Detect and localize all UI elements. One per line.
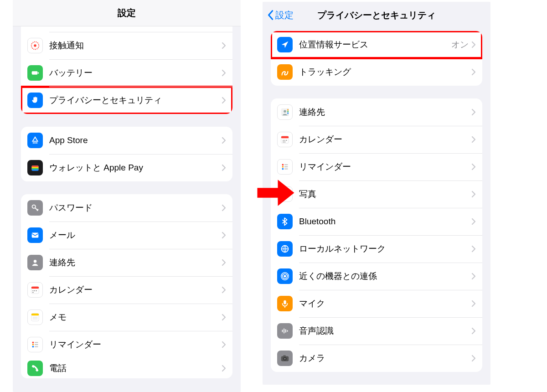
settings-row-localnet[interactable]: ローカルネットワーク bbox=[271, 235, 482, 263]
settings-row-passwords[interactable]: パスワード bbox=[21, 194, 232, 222]
settings-row-mail[interactable]: メール bbox=[21, 222, 232, 249]
svg-point-15 bbox=[34, 290, 35, 291]
settings-row-calendar-l[interactable]: カレンダー bbox=[21, 276, 232, 304]
settings-row-appstore[interactable]: App Store bbox=[21, 127, 232, 154]
chevron-right-icon bbox=[222, 42, 226, 49]
speech-icon bbox=[277, 323, 293, 339]
chevron-right-icon bbox=[222, 204, 226, 211]
svg-point-24 bbox=[32, 346, 34, 348]
svg-rect-10 bbox=[32, 233, 39, 238]
row-label: トラッキング bbox=[299, 66, 471, 78]
settings-row-camera[interactable]: カメラ bbox=[271, 345, 482, 372]
contacts-icon bbox=[277, 104, 293, 120]
settings-row-stub[interactable] bbox=[21, 26, 232, 32]
chevron-right-icon bbox=[222, 97, 226, 104]
chevron-right-icon bbox=[471, 191, 476, 198]
row-label: 電話 bbox=[49, 362, 222, 374]
svg-rect-3 bbox=[38, 72, 39, 74]
row-label: メール bbox=[49, 229, 222, 241]
svg-rect-2 bbox=[32, 71, 38, 74]
svg-point-56 bbox=[284, 275, 286, 278]
settings-row-reminders-l[interactable]: リマインダー bbox=[21, 331, 232, 358]
settings-row-bluetooth[interactable]: Bluetooth bbox=[271, 208, 482, 235]
row-label: プライバシーとセキュリティ bbox=[49, 94, 222, 106]
settings-section: 位置情報サービス オン トラッキング bbox=[271, 31, 482, 86]
exposure-icon bbox=[27, 38, 43, 53]
bluetooth-icon bbox=[277, 214, 293, 229]
row-label: メモ bbox=[49, 311, 222, 323]
battery-icon bbox=[27, 65, 43, 81]
settings-section: 連絡先 カレンダー リマインダー 写真 bbox=[271, 98, 482, 372]
settings-row-exposure[interactable]: 接触通知 bbox=[21, 32, 232, 59]
row-label: 位置情報サービス bbox=[299, 39, 451, 51]
svg-rect-13 bbox=[31, 287, 39, 289]
settings-row-privacy[interactable]: プライバシーとセキュリティ bbox=[21, 87, 232, 114]
phone-icon bbox=[27, 361, 43, 376]
contacts-l-icon bbox=[27, 255, 43, 270]
chevron-right-icon bbox=[222, 232, 226, 239]
row-label: Bluetooth bbox=[299, 217, 471, 227]
svg-rect-7 bbox=[32, 168, 39, 170]
svg-rect-6 bbox=[32, 167, 39, 168]
back-label: 設定 bbox=[275, 9, 294, 21]
row-label: 音声認識 bbox=[299, 325, 471, 337]
settings-row-phone[interactable]: 電話 bbox=[21, 358, 232, 378]
row-label: ローカルネットワーク bbox=[299, 243, 471, 255]
camera-icon bbox=[277, 351, 293, 366]
settings-row-notes[interactable]: メモ bbox=[21, 304, 232, 331]
row-label: 接触通知 bbox=[49, 40, 222, 52]
svg-point-1 bbox=[34, 44, 36, 47]
svg-rect-35 bbox=[281, 136, 289, 139]
row-label: 写真 bbox=[299, 188, 471, 200]
chevron-right-icon bbox=[222, 341, 226, 348]
settings-row-tracking[interactable]: トラッキング bbox=[271, 58, 482, 86]
settings-row-nearby[interactable]: 近くの機器との連係 bbox=[271, 263, 482, 290]
nearby-icon bbox=[277, 268, 293, 284]
chevron-right-icon bbox=[471, 245, 476, 253]
row-label: パスワード bbox=[49, 202, 222, 214]
chevron-right-icon bbox=[471, 41, 476, 48]
calendar-l-icon bbox=[27, 282, 43, 298]
settings-row-location[interactable]: 位置情報サービス オン bbox=[271, 31, 482, 58]
svg-point-14 bbox=[33, 290, 34, 291]
settings-row-mic[interactable]: マイク bbox=[271, 290, 482, 317]
row-label: 連絡先 bbox=[299, 106, 471, 118]
svg-point-22 bbox=[32, 342, 34, 344]
navbar-right: 設定 プライバシーとセキュリティ bbox=[263, 2, 490, 28]
svg-rect-32 bbox=[288, 111, 289, 112]
mail-icon bbox=[27, 227, 43, 243]
row-label: App Store bbox=[49, 135, 222, 145]
hand-icon bbox=[27, 93, 43, 108]
svg-point-39 bbox=[283, 142, 284, 143]
chevron-right-icon bbox=[222, 137, 226, 144]
settings-row-speech[interactable]: 音声認識 bbox=[271, 317, 482, 345]
settings-section: App Store ウォレットと Apple Pay bbox=[21, 127, 232, 181]
chevron-right-icon bbox=[471, 300, 476, 307]
chevron-right-icon bbox=[471, 273, 476, 280]
settings-row-battery[interactable]: バッテリー bbox=[21, 59, 232, 87]
svg-rect-31 bbox=[288, 109, 289, 111]
row-label: リマインダー bbox=[49, 339, 222, 351]
chevron-right-icon bbox=[222, 164, 226, 171]
svg-rect-59 bbox=[284, 300, 286, 304]
svg-point-9 bbox=[32, 205, 36, 208]
row-value: オン bbox=[451, 39, 469, 51]
row-label: カレンダー bbox=[49, 284, 222, 296]
settings-row-wallet[interactable]: ウォレットと Apple Pay bbox=[21, 154, 232, 181]
back-button[interactable]: 設定 bbox=[267, 9, 294, 21]
chevron-right-icon bbox=[222, 365, 226, 372]
settings-row-contacts[interactable]: 連絡先 bbox=[271, 98, 482, 126]
settings-row-photos[interactable]: 写真 bbox=[271, 181, 482, 208]
localnet-icon bbox=[277, 241, 293, 257]
settings-row-reminders[interactable]: リマインダー bbox=[271, 153, 482, 181]
reminders-icon bbox=[27, 337, 43, 352]
settings-section: パスワード メール 連絡先 カレンダー メモ リマインダー 電話 bbox=[21, 194, 232, 378]
settings-row-contacts-l[interactable]: 連絡先 bbox=[21, 249, 232, 276]
svg-point-17 bbox=[33, 292, 34, 293]
svg-rect-60 bbox=[282, 330, 283, 332]
settings-row-calendar[interactable]: カレンダー bbox=[271, 126, 482, 153]
svg-rect-61 bbox=[284, 329, 284, 334]
chevron-right-icon bbox=[222, 286, 226, 294]
svg-point-23 bbox=[32, 344, 34, 346]
chevron-right-icon bbox=[471, 163, 476, 170]
